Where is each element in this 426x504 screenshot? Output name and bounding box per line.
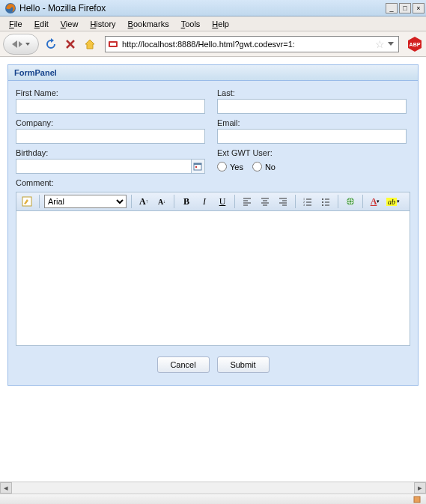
radio-no-label: No — [265, 163, 276, 171]
source-edit-button[interactable] — [19, 194, 34, 209]
menu-history[interactable]: History — [84, 18, 121, 30]
url-input[interactable] — [122, 40, 375, 49]
rich-text-editor: Arial A↑ A↓ B I U — [16, 192, 410, 346]
browser-toolbar: ☆ ABP — [0, 31, 426, 57]
align-center-button[interactable] — [258, 194, 273, 209]
menu-edit[interactable]: Edit — [28, 18, 55, 30]
label-comment: Comment: — [16, 178, 410, 187]
link-button[interactable] — [343, 194, 358, 209]
history-dropdown-icon — [25, 43, 30, 46]
panel-body: First Name: Last: Company: Email: — [8, 81, 418, 385]
increase-font-button[interactable]: A↑ — [136, 194, 151, 209]
nav-back-forward[interactable] — [3, 34, 39, 55]
scroll-track[interactable] — [12, 482, 414, 494]
scroll-right-icon[interactable]: ▸ — [414, 482, 426, 494]
toolbar-separator — [338, 195, 338, 208]
menu-tools[interactable]: Tools — [175, 18, 207, 30]
bold-button[interactable]: B — [179, 194, 194, 209]
highlight-button[interactable]: ab▾ — [386, 194, 401, 209]
svg-point-33 — [322, 204, 323, 206]
toolbar-separator — [234, 195, 235, 208]
label-email: Email: — [217, 118, 407, 127]
label-birthday: Birthday: — [16, 148, 205, 157]
menu-file[interactable]: File — [3, 18, 28, 30]
underline-button[interactable]: U — [215, 194, 230, 209]
horizontal-scrollbar[interactable]: ◂ ▸ — [0, 482, 426, 494]
highlight-icon: ab — [386, 198, 397, 206]
url-dropdown-icon[interactable] — [388, 42, 394, 46]
italic-button[interactable]: I — [197, 194, 212, 209]
menu-bookmarks[interactable]: Bookmarks — [122, 18, 175, 30]
window-titlebar: Hello - Mozilla Firefox _ □ × — [0, 0, 426, 16]
source-edit-icon — [22, 196, 32, 207]
minimize-button[interactable]: _ — [386, 3, 398, 13]
svg-rect-4 — [110, 43, 116, 46]
button-bar: Cancel Submit — [16, 356, 410, 377]
scroll-left-icon[interactable]: ◂ — [0, 482, 12, 494]
font-select[interactable]: Arial — [44, 195, 127, 208]
font-color-icon: A — [371, 196, 377, 207]
forward-icon — [19, 41, 22, 47]
birthday-input[interactable] — [16, 159, 192, 174]
radio-yes-label: Yes — [230, 163, 243, 171]
align-left-button[interactable] — [240, 194, 255, 209]
menu-view[interactable]: View — [55, 18, 85, 30]
gwt-user-radio-group: Yes No — [217, 162, 407, 171]
panel-header: FormPanel — [8, 65, 418, 81]
label-gwt-user: Ext GWT User: — [217, 148, 407, 157]
toolbar-separator — [295, 195, 296, 208]
close-button[interactable]: × — [413, 3, 425, 13]
email-input[interactable] — [217, 129, 407, 144]
radio-no-item[interactable]: No — [252, 162, 276, 171]
radio-yes-item[interactable]: Yes — [217, 162, 243, 171]
svg-point-35 — [347, 198, 354, 205]
link-icon — [345, 196, 356, 207]
url-bar[interactable]: ☆ — [105, 36, 399, 52]
maximize-button[interactable]: □ — [399, 3, 411, 13]
company-input[interactable] — [16, 129, 205, 144]
svg-text:3: 3 — [303, 203, 305, 206]
abp-icon[interactable]: ABP — [407, 36, 423, 52]
home-button[interactable] — [82, 37, 97, 52]
cancel-button[interactable]: Cancel — [157, 356, 210, 373]
decrease-font-button[interactable]: A↓ — [154, 194, 169, 209]
svg-rect-9 — [195, 166, 197, 168]
unordered-list-button[interactable] — [318, 194, 333, 209]
svg-point-29 — [322, 198, 323, 200]
svg-point-31 — [322, 201, 323, 203]
font-color-button[interactable]: A▾ — [368, 194, 383, 209]
toolbar-separator — [174, 195, 174, 208]
align-right-button[interactable] — [276, 194, 290, 209]
window-controls: _ □ × — [386, 3, 425, 13]
submit-button[interactable]: Submit — [217, 356, 270, 373]
bookmark-star-icon[interactable]: ☆ — [375, 38, 385, 50]
stop-button[interactable] — [63, 37, 78, 52]
toolbar-separator — [131, 195, 132, 208]
align-left-icon — [243, 197, 252, 206]
unordered-list-icon — [321, 197, 330, 206]
back-icon — [12, 40, 17, 48]
date-picker-button[interactable] — [192, 159, 205, 174]
radio-yes[interactable] — [217, 162, 227, 171]
label-company: Company: — [16, 118, 205, 127]
ordered-list-icon: 123 — [303, 197, 312, 206]
svg-rect-38 — [414, 497, 420, 503]
label-first-name: First Name: — [16, 88, 205, 97]
radio-no[interactable] — [252, 162, 262, 171]
form-panel: FormPanel First Name: Last: Company: — [7, 64, 419, 386]
page-content: FormPanel First Name: Last: Company: — [1, 57, 425, 482]
svg-rect-8 — [194, 163, 201, 165]
menu-help[interactable]: Help — [206, 18, 235, 30]
editor-toolbar: Arial A↑ A↓ B I U — [16, 192, 410, 211]
reload-button[interactable] — [43, 37, 58, 52]
calendar-icon — [193, 162, 202, 171]
label-last: Last: — [217, 88, 407, 97]
toolbar-separator — [362, 195, 363, 208]
menubar: File Edit View History Bookmarks Tools H… — [0, 16, 426, 31]
align-right-icon — [279, 197, 287, 206]
ordered-list-button[interactable]: 123 — [300, 194, 315, 209]
editor-textarea[interactable] — [16, 211, 410, 346]
last-input[interactable] — [217, 99, 407, 114]
align-center-icon — [261, 197, 270, 206]
first-name-input[interactable] — [16, 99, 205, 114]
